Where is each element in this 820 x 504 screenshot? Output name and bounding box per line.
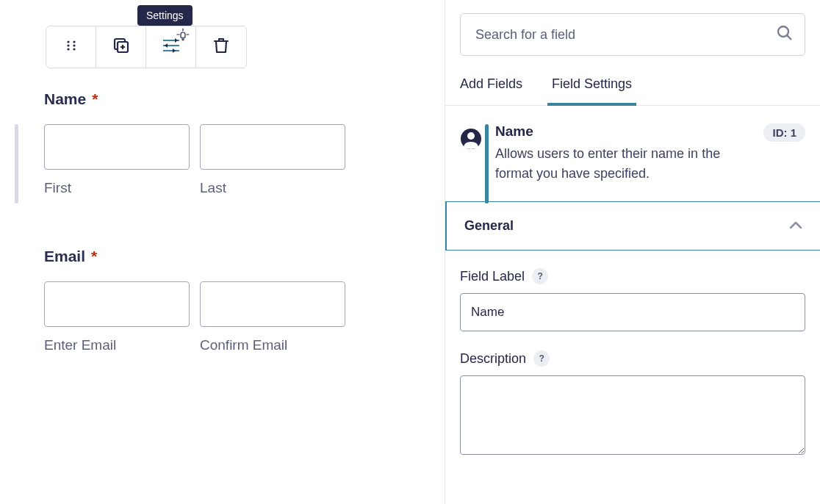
enter-email-input[interactable] <box>44 281 190 327</box>
field-info-header: Name Allows users to enter their name in… <box>445 106 820 201</box>
settings-button[interactable] <box>146 26 196 68</box>
tab-field-settings[interactable]: Field Settings <box>552 76 632 105</box>
first-name-sublabel: First <box>44 180 190 196</box>
field-label-setting-label: Field Label <box>460 269 525 284</box>
svg-line-17 <box>787 35 791 40</box>
email-field-label: Email* <box>44 248 445 265</box>
name-field-label: Name* <box>44 90 445 108</box>
accordion-title: General <box>464 218 514 234</box>
user-icon <box>460 128 482 153</box>
svg-point-19 <box>467 132 475 140</box>
last-name-sublabel: Last <box>200 180 345 196</box>
svg-point-0 <box>67 40 69 43</box>
description-textarea[interactable] <box>460 375 805 455</box>
cursor-icon <box>176 28 190 43</box>
svg-point-4 <box>67 48 69 50</box>
help-icon[interactable]: ? <box>533 350 550 367</box>
description-setting-label: Description <box>460 351 526 367</box>
help-icon[interactable]: ? <box>532 268 548 284</box>
duplicate-button[interactable] <box>96 26 146 68</box>
form-editor-panel: Settings <box>0 0 445 504</box>
field-info-description: Allows users to enter their name in the … <box>495 144 743 184</box>
settings-tooltip: Settings <box>137 5 193 26</box>
svg-point-5 <box>73 48 75 50</box>
delete-button[interactable] <box>196 26 246 68</box>
tab-add-fields[interactable]: Add Fields <box>460 76 522 105</box>
sidebar-tabs: Add Fields Field Settings <box>445 56 820 106</box>
field-info-title: Name <box>495 123 743 140</box>
last-name-input[interactable] <box>200 124 345 170</box>
field-toolbar <box>46 26 247 68</box>
search-input[interactable] <box>460 13 805 56</box>
general-settings-body: Field Label ? Description ? <box>445 251 820 475</box>
selection-handle-right[interactable] <box>485 124 489 204</box>
required-indicator: * <box>91 248 97 264</box>
confirm-email-sublabel: Confirm Email <box>200 337 345 353</box>
chevron-up-icon <box>789 220 802 233</box>
first-name-input[interactable] <box>44 124 190 170</box>
drag-handle-button[interactable] <box>46 26 96 68</box>
svg-point-16 <box>778 26 788 37</box>
search-icon[interactable] <box>776 24 794 45</box>
field-label-input[interactable] <box>460 293 805 331</box>
svg-marker-14 <box>165 43 168 48</box>
settings-panel: Add Fields Field Settings Name Allows us… <box>445 0 820 504</box>
duplicate-icon <box>112 36 131 58</box>
name-field-block[interactable]: Name* First Last <box>44 90 445 196</box>
drag-icon <box>64 38 79 56</box>
confirm-email-input[interactable] <box>200 281 345 327</box>
svg-point-3 <box>73 44 75 46</box>
toolbar-wrapper: Settings <box>46 26 445 68</box>
enter-email-sublabel: Enter Email <box>44 337 190 353</box>
svg-point-1 <box>73 40 75 43</box>
svg-point-2 <box>67 44 69 46</box>
email-field-block[interactable]: Email* Enter Email Confirm Email <box>44 248 445 353</box>
general-accordion-header[interactable]: General <box>445 201 820 251</box>
svg-marker-15 <box>173 48 176 53</box>
field-id-badge: ID: 1 <box>763 123 805 142</box>
required-indicator: * <box>92 90 98 107</box>
trash-icon <box>213 37 229 57</box>
selection-handle-left[interactable] <box>15 124 18 204</box>
